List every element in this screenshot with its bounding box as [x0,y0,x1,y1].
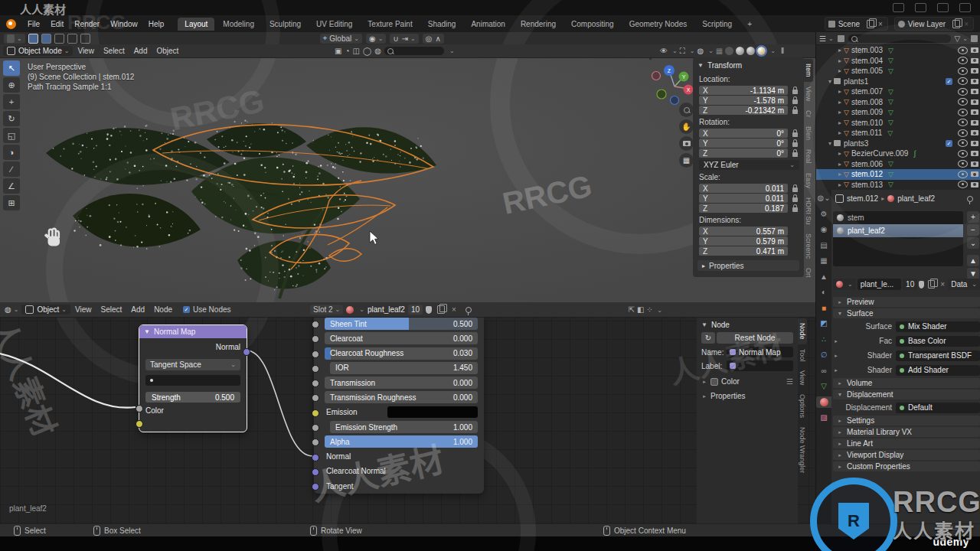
disable-render-icon[interactable] [971,68,978,73]
transform-field-rotation-x[interactable]: X0° [699,129,788,138]
transform-tool-button[interactable]: ◑ [3,145,20,160]
transform-panel-header[interactable]: ▼Transform [693,59,804,72]
measure-tool-button[interactable]: ∠ [3,178,20,194]
node-label-field[interactable] [727,360,793,371]
outliner-row-stem-006[interactable]: ▸▽stem.006▽ [816,159,980,170]
remove-slot-button[interactable]: − [967,224,979,236]
shader-menu-select[interactable]: Select [96,304,127,315]
socket-vector[interactable] [312,454,319,461]
sidebar-tab-ort[interactable]: Ort [804,263,813,282]
bsdf-slider[interactable]: IOR1.450 [330,362,478,374]
node-panel-header[interactable]: ▼Node [697,319,798,331]
transform-field-location-y[interactable]: Y-1.578 m [699,96,788,105]
bsdf-row-transmission[interactable]: Transmission0.000 [325,377,478,389]
bsdf-row-normal[interactable]: Normal [325,451,478,463]
socket-gray[interactable] [312,394,319,402]
menu-render[interactable]: Render [69,18,105,31]
socket-gray[interactable] [312,321,319,328]
panel-viewport-display[interactable]: ▸Viewport Display [833,450,980,460]
disable-render-icon[interactable] [971,109,978,115]
display-icon[interactable] [893,3,904,12]
expand-icon[interactable]: ▸ [836,88,844,95]
material-icon[interactable] [346,306,354,314]
node-tab-node[interactable]: Node [798,318,807,344]
transform-field-rotation-z[interactable]: Z0° [699,148,788,158]
pan-hand-icon[interactable]: ✋ [679,119,694,134]
shader-value-add-shader[interactable]: Add Shader [896,365,980,376]
menu-file[interactable]: File [22,18,45,31]
transform-orientation-dropdown[interactable]: ⌖ Global⌄ [320,34,362,44]
expand-icon[interactable]: ▸ [836,150,844,157]
sidebar-tab-easy[interactable]: Easy [804,168,813,193]
refresh-icon[interactable]: ↻ [701,332,715,344]
vis-toggle-icon-1[interactable]: ▣ [335,47,341,55]
space-dropdown[interactable]: Tangent Space ⌄ [145,359,240,370]
bsdf-slider[interactable]: Emission Strength1.000 [330,421,478,433]
node-tab-view[interactable]: View [798,366,807,390]
sidebar-tab-item[interactable]: Item [804,59,813,82]
world-tab[interactable]: ◐ [817,286,831,298]
hide-viewport-icon[interactable] [958,88,968,96]
workspace-tab-sculpting[interactable]: Sculpting [263,18,308,31]
expand-icon[interactable]: ▸ [836,99,844,106]
bsdf-row-clearcoat-normal[interactable]: Clearcoat Normal [325,465,478,478]
pivot-point-dropdown[interactable]: ◉⌄ [366,34,386,44]
outliner-row-stem-008[interactable]: ▸▽stem.008▽ [816,97,980,108]
shader-value-mix-shader[interactable]: Mix Shader [896,321,980,332]
lock-icon[interactable] [792,132,798,137]
new-collection-icon[interactable] [838,35,844,42]
workspace-tab-scripting[interactable]: Scripting [695,18,739,31]
color-checkbox[interactable] [710,378,718,386]
lock-icon[interactable] [792,197,798,202]
mode-icon-2[interactable] [54,34,64,44]
bsdf-row-alpha[interactable]: Alpha1.000 [325,435,478,448]
panel-settings[interactable]: ▸Settings [833,416,980,425]
bsdf-slider[interactable]: Alpha1.000 [325,435,478,448]
disable-render-icon[interactable] [971,171,978,177]
xray-toggle-icon[interactable]: ▦ [716,47,723,55]
hide-viewport-icon[interactable] [958,171,968,178]
outliner-row-stem-012[interactable]: ▸▽stem.012▽ [816,169,980,180]
panel-displacement[interactable]: ▼Displacement [833,390,980,399]
disable-render-icon[interactable] [971,182,978,187]
proportional-editing-toggle[interactable]: ◎∧ [423,34,444,44]
expand-icon[interactable]: ▾ [826,78,834,85]
outliner-row-stem-007[interactable]: ▸▽stem.007▽ [816,86,980,97]
disable-render-icon[interactable] [971,89,978,94]
material-slot-plant-leaf2[interactable]: plant_leaf2 [833,224,963,237]
menu-edit[interactable]: Edit [45,18,69,31]
workspace-tab-uv-editing[interactable]: UV Editing [309,18,359,31]
bsdf-slider[interactable]: Sheen Tint0.500 [325,318,478,330]
bsdf-slider[interactable]: Transmission Roughness0.000 [325,391,478,403]
render-tab[interactable]: ◉ [817,223,831,235]
shading-wireframe-icon[interactable] [725,47,733,55]
exclude-checkbox[interactable]: ✓ [946,140,952,147]
outliner-row-stem-011[interactable]: ▸▽stem.011▽ [816,128,980,139]
socket-vector[interactable] [312,468,319,476]
physics-tab[interactable]: ∅ [817,349,831,360]
copy-material-icon[interactable] [437,305,445,314]
hide-viewport-icon[interactable] [958,47,968,54]
exclude-checkbox[interactable]: ✓ [946,78,952,85]
socket-gray[interactable] [312,380,319,387]
new-view-layer-icon[interactable] [952,20,960,28]
hide-viewport-icon[interactable] [958,119,968,126]
use-nodes-checkbox[interactable]: ✓ [183,306,190,313]
transform-field-scale-y[interactable]: Y0.011 [699,194,788,203]
vis-toggle-icon-3[interactable]: ◫ [353,47,360,55]
disable-render-icon[interactable] [971,58,978,64]
hide-viewport-icon[interactable] [958,181,968,188]
breadcrumb-material[interactable]: plant_leaf2 [897,194,935,203]
color-subpanel-header[interactable]: ▸ Color ☰ [701,377,793,386]
menu-help[interactable]: Help [143,18,170,31]
view-layer-tab[interactable]: ▦ [817,255,831,266]
expand-icon[interactable]: ▾ [826,140,834,147]
vis-toggle-icon-5[interactable]: ◍ [374,47,381,55]
rotate-tool-button[interactable]: ↻ [3,111,20,126]
outliner-row-stem-003[interactable]: ▸▽stem.003▽ [816,45,980,56]
normal-map-node[interactable]: ▼ Normal Map Normal Tangent Space ⌄ Stre… [139,324,247,432]
sidebar-tab-view[interactable]: View [804,82,813,106]
shader-menu-add[interactable]: Add [126,304,149,315]
disable-render-icon[interactable] [971,141,978,146]
outliner-row-stem-004[interactable]: ▸▽stem.004▽ [816,56,980,67]
